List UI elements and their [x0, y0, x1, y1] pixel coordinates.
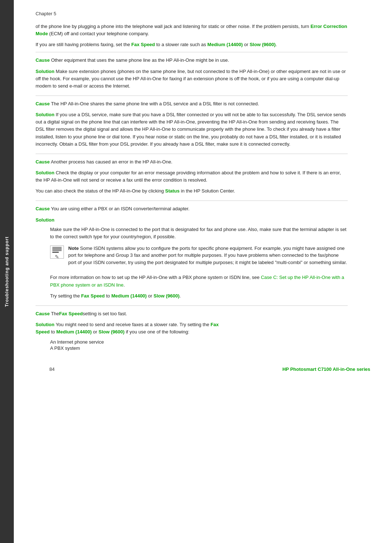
- block1-cause-para: Cause Other equipment that uses the same…: [36, 57, 348, 64]
- block3-solution-label: Solution: [36, 170, 54, 175]
- block1-solution-para: Solution Make sure extension phones (pho…: [36, 68, 348, 90]
- note-pencil-icon: ✎: [55, 254, 59, 260]
- block3-cause-para: Cause Another process has caused an erro…: [36, 158, 348, 166]
- block3-cause-label: Cause: [36, 159, 50, 165]
- fax-speed-link-4[interactable]: Fax Speed: [81, 293, 105, 299]
- footer: 84 HP Photosmart C7100 All-in-One series: [28, 366, 392, 372]
- block4-more-info: For more information on how to set up th…: [50, 274, 348, 288]
- intro-para-1: of the phone line by plugging a phone in…: [36, 23, 348, 37]
- main-content: of the phone line by plugging a phone in…: [36, 23, 348, 351]
- note-bold-label: Note: [68, 246, 79, 251]
- block4-cause-para: Cause You are using either a PBX or an I…: [36, 205, 348, 212]
- block3-status-para: You can also check the status of the HP …: [36, 187, 348, 195]
- note-icon: ✎: [50, 246, 64, 259]
- chapter-label: Chapter 5: [36, 11, 370, 16]
- slow-link-5[interactable]: Slow (9600): [98, 329, 124, 335]
- block3-solution-para: Solution Check the display or your compu…: [36, 169, 348, 184]
- block2-solution-para: Solution If you use a DSL service, make …: [36, 111, 348, 148]
- block2-solution-label: Solution: [36, 112, 54, 117]
- block4-try-setting: Try setting the Fax Speed to Medium (144…: [50, 292, 348, 300]
- slow-link-1[interactable]: Slow (9600): [250, 42, 276, 47]
- medium-link-1[interactable]: Medium (14400): [207, 42, 243, 47]
- note-icon-lines: [52, 247, 62, 254]
- sidebar: Troubleshooting and support: [0, 0, 14, 543]
- note-box: ✎ Note Some ISDN systems allow you to co…: [50, 245, 348, 270]
- block2-cause-label: Cause: [36, 101, 50, 106]
- block5-cause-para: Cause TheFax Speedsetting is set too fas…: [36, 310, 348, 317]
- cause-solution-block-5: Cause TheFax Speedsetting is set too fas…: [36, 305, 348, 351]
- block4-solution-body: Make sure the HP All-in-One is connected…: [50, 226, 348, 300]
- cause-solution-block-4: Cause You are using either a PBX or an I…: [36, 200, 348, 299]
- sidebar-label: Troubleshooting and support: [4, 236, 9, 307]
- block5-solution-para: Solution You might need to send and rece…: [36, 321, 348, 336]
- intro-para-2: If you are still having problems faxing,…: [36, 41, 348, 48]
- fax-speed-link-5[interactable]: Fax Speed: [59, 311, 83, 316]
- block5-solution-label: Solution: [36, 322, 54, 327]
- speed-label-link[interactable]: Speed: [36, 329, 50, 335]
- block1-solution-label: Solution: [36, 69, 54, 74]
- block4-solution-para1: Make sure the HP All-in-One is connected…: [50, 226, 348, 240]
- cause-solution-block-3: Cause Another process has caused an erro…: [36, 154, 348, 195]
- status-link[interactable]: Status: [165, 188, 180, 194]
- cause-solution-block-1: Cause Other equipment that uses the same…: [36, 52, 348, 90]
- footer-page-number: 84: [49, 366, 54, 372]
- note-text-para: Note Some ISDN systems allow you to conf…: [68, 245, 348, 266]
- block4-cause-label: Cause: [36, 206, 50, 211]
- block5-list: An Internet phone service A PBX system: [36, 339, 348, 351]
- list-item-1: A PBX system: [50, 345, 348, 351]
- list-item-0: An Internet phone service: [50, 339, 348, 345]
- block5-cause-label: Cause: [36, 311, 50, 316]
- slow-link-4[interactable]: Slow (9600): [154, 293, 180, 299]
- block2-cause-para: Cause The HP All-in-One shares the same …: [36, 100, 348, 108]
- block1-cause-label: Cause: [36, 57, 50, 63]
- medium-link-4[interactable]: Medium (14400): [111, 293, 147, 299]
- fax-speed-link-1[interactable]: Fax Speed: [131, 42, 155, 47]
- footer-product-name: HP Photosmart C7100 All-in-One series: [282, 366, 370, 372]
- fax-speed2-link[interactable]: Fax: [211, 322, 219, 327]
- medium-link-5[interactable]: Medium (14400): [56, 329, 92, 335]
- cause-solution-block-2: Cause The HP All-in-One shares the same …: [36, 96, 348, 148]
- block4-solution-heading: Solution: [36, 216, 348, 224]
